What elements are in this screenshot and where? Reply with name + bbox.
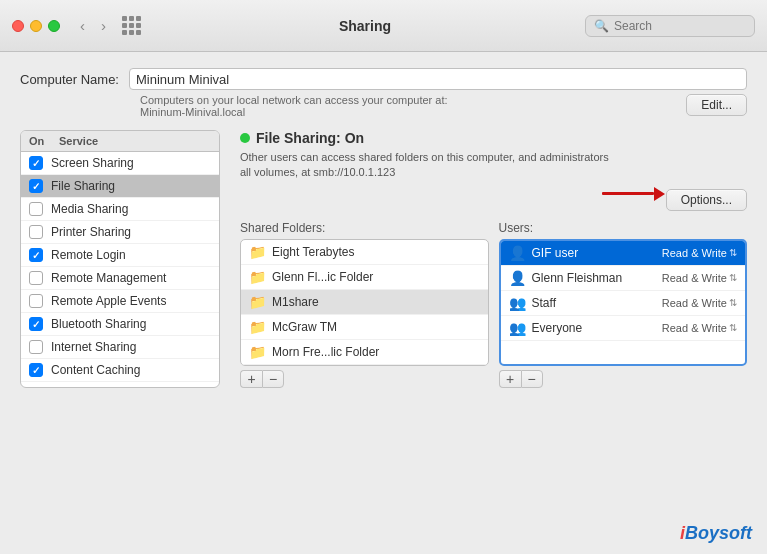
folder-item-m1share[interactable]: 📁 M1share [241, 290, 488, 315]
main-content: Computer Name: Computers on your local n… [0, 52, 767, 404]
users-label: Users: [499, 221, 748, 235]
service-item[interactable]: Printer Sharing [21, 221, 219, 244]
folder-name: McGraw TM [272, 320, 337, 334]
user-permission: Read & Write ⇅ [662, 297, 737, 309]
close-button[interactable] [12, 20, 24, 32]
perm-stepper[interactable]: ⇅ [729, 297, 737, 308]
service-item[interactable]: Screen Sharing [21, 152, 219, 175]
traffic-lights [12, 20, 60, 32]
service-checkbox-internet-sharing[interactable] [29, 340, 43, 354]
folders-section: Shared Folders: 📁 Eight Terabytes 📁 Glen… [240, 221, 489, 388]
user-name: GIF user [532, 246, 656, 260]
arrow-line [602, 192, 654, 195]
service-checkbox-bluetooth-sharing[interactable] [29, 317, 43, 331]
user-item-staff[interactable]: 👥 Staff Read & Write ⇅ [501, 291, 746, 316]
user-icon: 👤 [509, 245, 526, 261]
service-item[interactable]: Bluetooth Sharing [21, 313, 219, 336]
window-title: Sharing [153, 18, 577, 34]
fullscreen-button[interactable] [48, 20, 60, 32]
arrow-head [654, 187, 665, 201]
options-arrow [602, 187, 665, 201]
folder-name: Morn Fre...lic Folder [272, 345, 379, 359]
service-checkbox-content-caching[interactable] [29, 363, 43, 377]
edit-button[interactable]: Edit... [686, 94, 747, 116]
forward-button[interactable]: › [97, 15, 110, 36]
user-name: Glenn Fleishman [532, 271, 656, 285]
titlebar: ‹ › Sharing 🔍 [0, 0, 767, 52]
user-item-everyone[interactable]: 👥 Everyone Read & Write ⇅ [501, 316, 746, 341]
folders-list: 📁 Eight Terabytes 📁 Glenn Fl...ic Folder… [240, 239, 489, 366]
service-list: Screen Sharing File Sharing Media Sharin… [21, 152, 219, 382]
search-box[interactable]: 🔍 [585, 15, 755, 37]
options-button[interactable]: Options... [666, 189, 747, 211]
computer-desc-text: Computers on your local network can acce… [140, 94, 686, 118]
service-name: Internet Sharing [51, 340, 136, 354]
service-item[interactable]: Remote Management [21, 267, 219, 290]
service-name: File Sharing [51, 179, 115, 193]
folder-icon: 📁 [249, 319, 266, 335]
perm-stepper[interactable]: ⇅ [729, 272, 737, 283]
service-item-file-sharing[interactable]: File Sharing [21, 175, 219, 198]
user-icon: 👥 [509, 295, 526, 311]
folder-item[interactable]: 📁 McGraw TM [241, 315, 488, 340]
computer-name-input[interactable] [129, 68, 747, 90]
remove-folder-button[interactable]: − [262, 370, 284, 388]
right-panel: File Sharing: On Other users can access … [220, 130, 747, 388]
folder-item[interactable]: 📁 Glenn Fl...ic Folder [241, 265, 488, 290]
user-name: Everyone [532, 321, 656, 335]
user-icon: 👤 [509, 270, 526, 286]
service-name: Screen Sharing [51, 156, 134, 170]
folder-icon: 📁 [249, 344, 266, 360]
service-checkbox-remote-login[interactable] [29, 248, 43, 262]
user-name: Staff [532, 296, 656, 310]
file-sharing-desc: Other users can access shared folders on… [240, 150, 747, 181]
user-icon: 👥 [509, 320, 526, 336]
folder-item[interactable]: 📁 Morn Fre...lic Folder [241, 340, 488, 365]
perm-stepper[interactable]: ⇅ [729, 322, 737, 333]
perm-stepper[interactable]: ⇅ [729, 247, 737, 258]
computer-name-label: Computer Name: [20, 72, 119, 87]
user-permission: Read & Write ⇅ [662, 272, 737, 284]
panels-area: On Service Screen Sharing File Sharing M… [20, 130, 747, 388]
folders-label: Shared Folders: [240, 221, 489, 235]
add-folder-button[interactable]: + [240, 370, 262, 388]
user-item-gif-user[interactable]: 👤 GIF user Read & Write ⇅ [501, 241, 746, 266]
service-checkbox-file-sharing[interactable] [29, 179, 43, 193]
folder-controls: + − [240, 370, 489, 388]
service-list-header: On Service [21, 131, 219, 152]
service-checkbox-remote-apple-events[interactable] [29, 294, 43, 308]
add-user-button[interactable]: + [499, 370, 521, 388]
service-item[interactable]: Remote Login [21, 244, 219, 267]
service-item[interactable]: Remote Apple Events [21, 290, 219, 313]
service-checkbox-printer-sharing[interactable] [29, 225, 43, 239]
service-checkbox-media-sharing[interactable] [29, 202, 43, 216]
service-name: Bluetooth Sharing [51, 317, 146, 331]
remove-user-button[interactable]: − [521, 370, 543, 388]
users-list: 👤 GIF user Read & Write ⇅ 👤 Glenn Fleish… [499, 239, 748, 366]
file-sharing-title: File Sharing: On [256, 130, 364, 146]
service-checkbox-screen-sharing[interactable] [29, 156, 43, 170]
service-name: Remote Login [51, 248, 126, 262]
service-panel: On Service Screen Sharing File Sharing M… [20, 130, 220, 388]
folder-item[interactable]: 📁 Eight Terabytes [241, 240, 488, 265]
service-item[interactable]: Internet Sharing [21, 336, 219, 359]
user-controls: + − [499, 370, 748, 388]
folder-icon: 📁 [249, 294, 266, 310]
app-grid-icon[interactable] [122, 16, 141, 35]
status-dot [240, 133, 250, 143]
service-item[interactable]: Media Sharing [21, 198, 219, 221]
service-checkbox-remote-management[interactable] [29, 271, 43, 285]
back-button[interactable]: ‹ [76, 15, 89, 36]
watermark: iBoysoft [680, 523, 752, 544]
service-name: Printer Sharing [51, 225, 131, 239]
search-input[interactable] [614, 19, 744, 33]
service-item[interactable]: Content Caching [21, 359, 219, 382]
folder-name: M1share [272, 295, 319, 309]
search-icon: 🔍 [594, 19, 609, 33]
user-item-glenn[interactable]: 👤 Glenn Fleishman Read & Write ⇅ [501, 266, 746, 291]
header-on: On [29, 135, 59, 147]
users-section: Users: 👤 GIF user Read & Write ⇅ 👤 Glenn… [499, 221, 748, 388]
minimize-button[interactable] [30, 20, 42, 32]
file-sharing-status: File Sharing: On [240, 130, 747, 146]
computer-name-section: Computer Name: Computers on your local n… [20, 68, 747, 118]
